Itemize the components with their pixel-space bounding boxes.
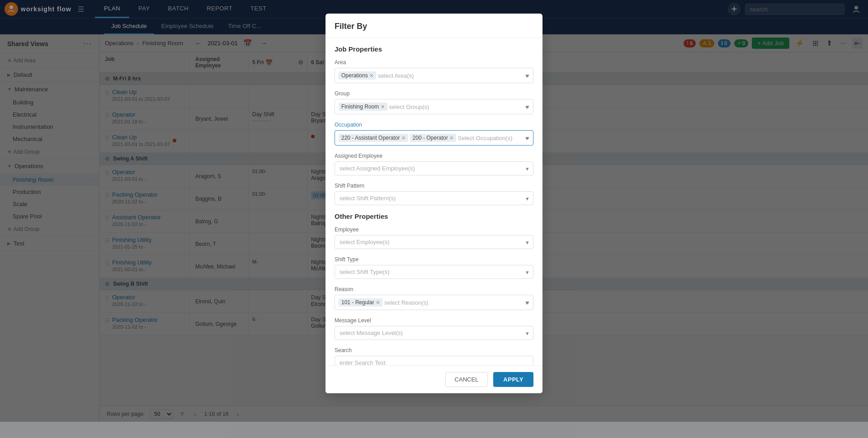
filter-modal: Filter By Job Properties Area Operations… — [326, 14, 542, 393]
cancel-button[interactable]: CANCEL — [445, 372, 488, 387]
reason-tag-input[interactable]: 101 - Regular × select Reason(s) ▾ — [335, 295, 533, 310]
assigned-employee-form-group: Assigned Employee select Assigned Employ… — [335, 153, 533, 175]
area-dropdown-icon: ▾ — [526, 72, 529, 79]
shift-pattern-form-group: Shift Pattern select Shift Pattern(s) — [335, 183, 533, 205]
search-label: Search — [335, 347, 533, 353]
employee-form-group: Employee select Employee(s) — [335, 226, 533, 249]
apply-button[interactable]: APPLY — [493, 372, 533, 387]
search-form-group: Search — [335, 347, 533, 365]
occupation-tag-220-close[interactable]: × — [401, 135, 405, 141]
group-dropdown-icon: ▾ — [526, 104, 529, 110]
assigned-employee-label: Assigned Employee — [335, 153, 533, 159]
occupation-form-group: Occupation 220 - Assistant Operator × 20… — [335, 122, 533, 146]
shift-type-select-wrapper: select Shift Type(s) — [335, 265, 533, 279]
modal-title: Filter By — [335, 22, 367, 31]
group-label: Group — [335, 90, 533, 97]
employee-select-wrapper: select Employee(s) — [335, 235, 533, 249]
area-form-group: Area Operations × select Area(s) ▾ — [335, 59, 533, 83]
message-level-form-group: Message Level select Message Level(s) — [335, 317, 533, 340]
area-tag-close[interactable]: × — [370, 72, 373, 79]
group-placeholder: select Group(s) — [389, 104, 429, 110]
modal-overlay[interactable]: Filter By Job Properties Area Operations… — [0, 0, 868, 438]
shift-type-select[interactable]: select Shift Type(s) — [335, 265, 533, 279]
modal-body: Job Properties Area Operations × select … — [326, 38, 542, 365]
occupation-tag-200: 200 - Operator × — [410, 134, 456, 142]
modal-header: Filter By — [326, 14, 542, 38]
group-tag-close[interactable]: × — [381, 104, 384, 110]
message-level-select[interactable]: select Message Level(s) — [335, 326, 533, 340]
employee-select[interactable]: select Employee(s) — [335, 235, 533, 249]
assigned-employee-select[interactable]: select Assigned Employee(s) — [335, 161, 533, 175]
shift-type-form-group: Shift Type select Shift Type(s) — [335, 256, 533, 279]
occupation-label: Occupation — [335, 122, 533, 128]
occupation-tag-220: 220 - Assistant Operator × — [339, 134, 408, 142]
area-placeholder: select Area(s) — [378, 72, 414, 79]
reason-form-group: Reason 101 - Regular × select Reason(s) … — [335, 286, 533, 310]
area-tag-operations: Operations × — [339, 71, 376, 80]
occupation-dropdown-icon: ▾ — [526, 135, 529, 141]
reason-tag-101: 101 - Regular × — [339, 298, 382, 306]
message-level-select-wrapper: select Message Level(s) — [335, 326, 533, 340]
job-properties-section: Job Properties — [335, 45, 533, 53]
search-text-input[interactable] — [335, 356, 533, 365]
reason-label: Reason — [335, 286, 533, 292]
shift-pattern-select-wrapper: select Shift Pattern(s) — [335, 191, 533, 205]
message-level-label: Message Level — [335, 317, 533, 324]
occupation-placeholder: Select Occupation(s) — [458, 135, 513, 141]
assigned-employee-select-wrapper: select Assigned Employee(s) — [335, 161, 533, 175]
shift-type-label: Shift Type — [335, 256, 533, 263]
shift-pattern-select[interactable]: select Shift Pattern(s) — [335, 191, 533, 205]
group-tag-input[interactable]: Finishing Room × select Group(s) ▾ — [335, 99, 533, 114]
reason-dropdown-icon: ▾ — [526, 299, 529, 306]
occupation-tag-200-close[interactable]: × — [450, 135, 453, 141]
employee-label: Employee — [335, 226, 533, 233]
occupation-tag-input[interactable]: 220 - Assistant Operator × 200 - Operato… — [335, 130, 533, 146]
area-label: Area — [335, 59, 533, 66]
group-tag-finishing-room: Finishing Room × — [339, 103, 387, 111]
modal-footer: CANCEL APPLY — [326, 365, 542, 393]
group-form-group: Group Finishing Room × select Group(s) ▾ — [335, 90, 533, 114]
area-tag-input[interactable]: Operations × select Area(s) ▾ — [335, 68, 533, 83]
reason-placeholder: select Reason(s) — [384, 299, 429, 306]
reason-tag-close[interactable]: × — [376, 299, 380, 306]
other-properties-title: Other Properties — [335, 212, 533, 220]
shift-pattern-label: Shift Pattern — [335, 183, 533, 189]
other-properties-section: Other Properties Employee select Employe… — [335, 212, 533, 365]
